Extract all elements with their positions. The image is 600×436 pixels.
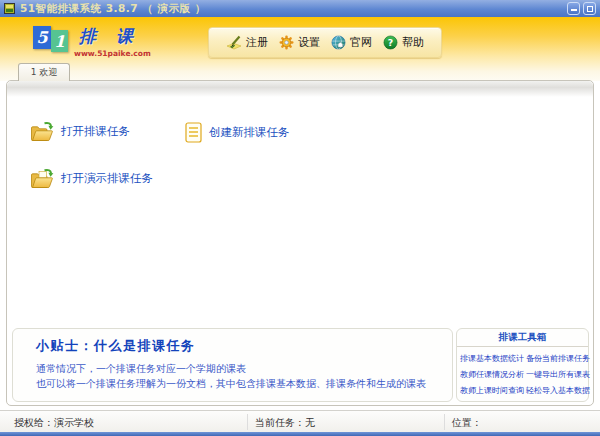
title-bar: 51智能排课系统 3.8.7 （ 演示版 ） xyxy=(0,0,600,17)
open-folder-icon xyxy=(30,121,54,142)
open-task-button[interactable]: 打开排课任务 xyxy=(30,121,130,142)
tab-welcome[interactable]: 1 欢迎 xyxy=(18,63,70,81)
help-icon: ? xyxy=(383,35,398,50)
minimize-button[interactable] xyxy=(567,2,580,15)
open-demo-task-label: 打开演示排课任务 xyxy=(61,171,153,186)
header: 5 1 排 课 www.51paike.com 注册 xyxy=(0,17,600,81)
toolbox-link-teacher-time-query[interactable]: 教师上课时间查询 xyxy=(460,385,524,396)
new-document-icon xyxy=(185,122,202,143)
help-label: 帮助 xyxy=(402,35,424,50)
status-current-task: 当前任务：无 xyxy=(255,416,315,430)
pen-icon xyxy=(226,35,242,51)
window-bottom-border xyxy=(0,432,600,436)
globe-icon xyxy=(331,35,346,50)
toolbox-links: 排课基本数据统计 备份当前排课任务 教师任课情况分析 一键导出所有课表 教师上课… xyxy=(457,347,588,396)
logo-5-block: 5 xyxy=(33,26,51,49)
logo-url: www.51paike.com xyxy=(74,49,151,58)
gear-icon xyxy=(279,35,294,50)
status-separator xyxy=(444,414,445,430)
settings-button[interactable]: 设置 xyxy=(279,35,320,50)
help-button[interactable]: ? 帮助 xyxy=(383,35,424,50)
window-title: 51智能排课系统 3.8.7 （ 演示版 ） xyxy=(20,2,206,16)
logo-1-block: 1 xyxy=(51,30,68,52)
toolbox-panel: 排课工具箱 排课基本数据统计 备份当前排课任务 教师任课情况分析 一键导出所有课… xyxy=(456,328,589,402)
tips-panel: 小贴士：什么是排课任务 通常情况下，一个排课任务对应一个学期的课表 也可以将一个… xyxy=(12,328,453,402)
create-task-button[interactable]: 创建新排课任务 xyxy=(185,122,290,143)
toolbox-link-import-basic-data[interactable]: 轻松导入基本数据 xyxy=(526,385,590,396)
register-button[interactable]: 注册 xyxy=(226,35,268,51)
open-task-label: 打开排课任务 xyxy=(61,124,130,139)
tips-line-2: 也可以将一个排课任务理解为一份文档，其中包含排课基本数据、排课条件和生成的课表 xyxy=(36,377,426,391)
toolbox-link-teacher-analysis[interactable]: 教师任课情况分析 xyxy=(460,369,524,380)
toolbox-link-basic-data-stats[interactable]: 排课基本数据统计 xyxy=(460,353,524,364)
logo-name: 排 课 xyxy=(79,25,140,48)
toolbar: 注册 设置 xyxy=(208,27,442,58)
restore-icon xyxy=(587,6,593,12)
open-demo-task-button[interactable]: 打开演示排课任务 xyxy=(30,168,153,189)
register-label: 注册 xyxy=(246,35,268,50)
toolbox-title: 排课工具箱 xyxy=(457,329,588,347)
website-label: 官网 xyxy=(350,35,372,50)
application-window: 51智能排课系统 3.8.7 （ 演示版 ） 5 1 排 课 www.51pai… xyxy=(0,0,600,436)
svg-text:?: ? xyxy=(388,37,393,48)
panel-gloss xyxy=(7,81,593,97)
restore-button[interactable] xyxy=(583,2,596,15)
website-button[interactable]: 官网 xyxy=(331,35,372,50)
demo-folder-icon xyxy=(30,168,54,189)
status-licensed-to: 授权给：演示学校 xyxy=(14,416,94,430)
minimize-icon xyxy=(571,9,577,11)
status-location: 位置： xyxy=(452,416,482,430)
settings-label: 设置 xyxy=(298,35,320,50)
tips-title: 小贴士：什么是排课任务 xyxy=(36,337,196,355)
tips-line-1: 通常情况下，一个排课任务对应一个学期的课表 xyxy=(36,362,246,376)
status-separator xyxy=(247,414,248,430)
toolbox-link-export-timetables[interactable]: 一键导出所有课表 xyxy=(526,369,590,380)
app-icon xyxy=(4,3,15,14)
toolbox-link-backup-task[interactable]: 备份当前排课任务 xyxy=(526,353,590,364)
status-bar: 授权给：演示学校 当前任务：无 位置： xyxy=(0,410,600,432)
create-task-label: 创建新排课任务 xyxy=(209,125,290,140)
